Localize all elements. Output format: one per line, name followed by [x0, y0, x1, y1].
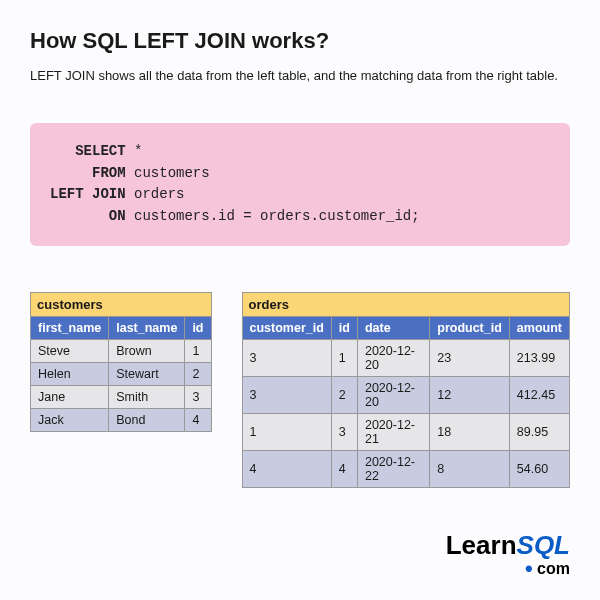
- table-row: 4 4 2020-12-22 8 54.60: [242, 450, 570, 487]
- customers-caption: customers: [30, 292, 212, 316]
- page-title: How SQL LEFT JOIN works?: [30, 28, 570, 54]
- code-from-rest: customers: [126, 165, 210, 181]
- orders-caption: orders: [242, 292, 571, 316]
- orders-header: id: [331, 316, 357, 339]
- code-select-rest: *: [126, 143, 143, 159]
- orders-header: customer_id: [242, 316, 331, 339]
- orders-header: date: [357, 316, 429, 339]
- keyword-leftjoin: LEFT JOIN: [50, 186, 126, 202]
- table-row: 3 2 2020-12-20 12 412.45: [242, 376, 570, 413]
- logo-learn: Learn: [446, 530, 517, 560]
- code-on-rest: customers.id = orders.customer_id;: [126, 208, 420, 224]
- sql-code-block: SELECT * FROM customers LEFT JOIN orders…: [30, 123, 570, 246]
- logo-dot-icon: •: [525, 556, 533, 581]
- table-row: Helen Stewart 2: [31, 362, 212, 385]
- customers-header: first_name: [31, 316, 109, 339]
- table-row: Steve Brown 1: [31, 339, 212, 362]
- orders-header: product_id: [430, 316, 510, 339]
- subtitle-text: LEFT JOIN shows all the data from the le…: [30, 68, 570, 83]
- orders-table: orders customer_id id date product_id am…: [242, 292, 571, 488]
- customers-table: customers first_name last_name id Steve …: [30, 292, 212, 432]
- learnsql-logo: LearnSQL • com: [446, 532, 570, 580]
- orders-header: amount: [509, 316, 569, 339]
- keyword-from: FROM: [92, 165, 126, 181]
- table-row: 3 1 2020-12-20 23 213.99: [242, 339, 570, 376]
- customers-header: last_name: [109, 316, 185, 339]
- customers-header: id: [185, 316, 211, 339]
- tables-container: customers first_name last_name id Steve …: [30, 292, 570, 488]
- keyword-select: SELECT: [75, 143, 125, 159]
- keyword-on: ON: [109, 208, 126, 224]
- code-leftjoin-rest: orders: [126, 186, 185, 202]
- table-row: 1 3 2020-12-21 18 89.95: [242, 413, 570, 450]
- table-row: Jack Bond 4: [31, 408, 212, 431]
- logo-com: com: [533, 560, 570, 577]
- table-row: Jane Smith 3: [31, 385, 212, 408]
